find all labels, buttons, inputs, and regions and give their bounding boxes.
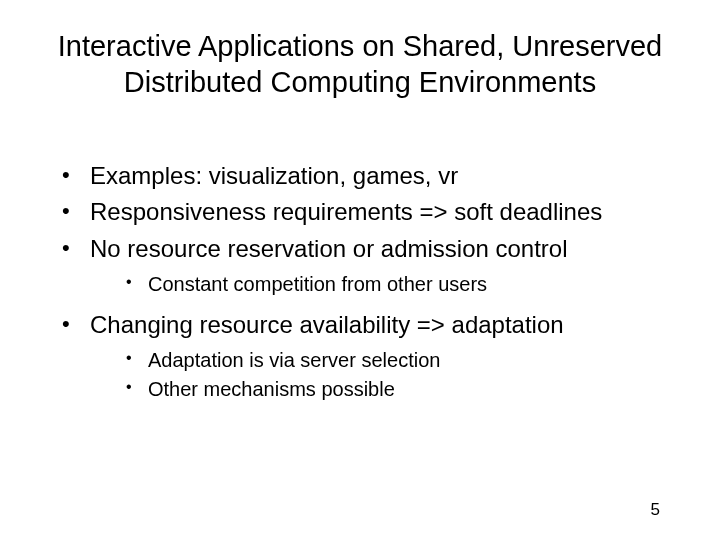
bullet-item: Examples: visualization, games, vr <box>58 159 700 194</box>
bullet-item: No resource reservation or admission con… <box>58 232 700 298</box>
bullet-item: Changing resource availability => adapta… <box>58 308 700 403</box>
slide-body: Examples: visualization, games, vr Respo… <box>20 159 700 403</box>
sub-bullet-text: Other mechanisms possible <box>148 378 395 400</box>
sub-bullet-item: Constant competition from other users <box>90 271 700 298</box>
bullet-text: Responsiveness requirements => soft dead… <box>90 198 602 225</box>
bullet-text: No resource reservation or admission con… <box>90 235 568 262</box>
sub-bullet-item: Other mechanisms possible <box>90 376 700 403</box>
slide-title: Interactive Applications on Shared, Unre… <box>20 28 700 101</box>
bullet-text: Examples: visualization, games, vr <box>90 162 458 189</box>
sub-bullet-text: Adaptation is via server selection <box>148 349 440 371</box>
page-number: 5 <box>651 500 660 520</box>
sub-bullet-text: Constant competition from other users <box>148 273 487 295</box>
sub-bullet-item: Adaptation is via server selection <box>90 347 700 374</box>
bullet-item: Responsiveness requirements => soft dead… <box>58 195 700 230</box>
bullet-text: Changing resource availability => adapta… <box>90 311 564 338</box>
